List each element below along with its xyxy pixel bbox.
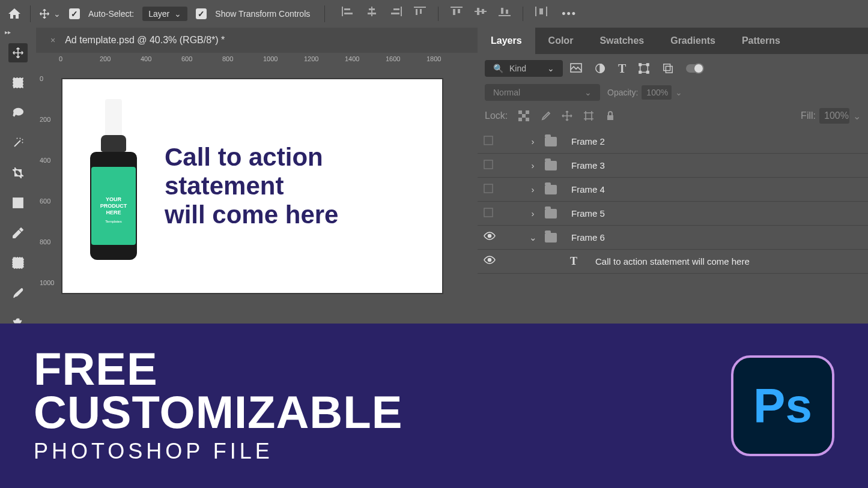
visibility-toggle[interactable] xyxy=(484,256,496,268)
lock-position-icon[interactable] xyxy=(562,110,572,121)
chevron-icon[interactable]: › xyxy=(529,136,536,146)
photoshop-logo: Ps xyxy=(731,355,834,456)
panel-tab-color[interactable]: Color xyxy=(535,28,587,54)
folder-icon xyxy=(545,209,557,218)
move-tool-icon[interactable]: ⌄ xyxy=(39,8,61,19)
marquee-tool[interactable] xyxy=(8,73,28,92)
svg-rect-17 xyxy=(482,9,484,14)
chevron-icon[interactable]: › xyxy=(529,184,536,194)
align-top-icon[interactable] xyxy=(414,7,426,16)
svg-rect-46 xyxy=(484,208,493,217)
opacity-input[interactable]: 100% xyxy=(642,85,672,100)
visibility-toggle[interactable] xyxy=(484,136,496,148)
chevron-icon[interactable]: › xyxy=(529,160,536,170)
svg-rect-12 xyxy=(451,7,463,8)
eyedropper-tool[interactable] xyxy=(8,223,28,242)
auto-select-label: Auto-Select: xyxy=(88,9,134,19)
svg-rect-35 xyxy=(664,64,670,71)
layer-row[interactable]: ›Frame 2 xyxy=(478,130,868,154)
svg-rect-23 xyxy=(539,8,543,14)
promo-line2: CUSTOMIZABLE xyxy=(34,391,402,434)
align-vtop-icon[interactable] xyxy=(451,7,463,16)
align-right-icon[interactable] xyxy=(390,7,402,16)
layer-row[interactable]: ⌄Frame 6 xyxy=(478,226,868,250)
folder-icon xyxy=(545,233,557,242)
show-transform-label: Show Transform Controls xyxy=(215,9,310,19)
auto-select-checkbox[interactable] xyxy=(69,8,80,19)
lock-pixels-icon[interactable] xyxy=(540,110,551,121)
crop-tool[interactable] xyxy=(8,163,28,182)
brush-tool[interactable] xyxy=(8,283,28,303)
svg-rect-5 xyxy=(368,13,376,14)
svg-rect-10 xyxy=(416,9,417,15)
ruler-vertical[interactable]: 02004006008001000 xyxy=(36,72,55,324)
filter-pixel-icon[interactable] xyxy=(570,63,582,74)
svg-point-48 xyxy=(488,258,491,261)
layer-row[interactable]: ›Frame 3 xyxy=(478,154,868,178)
frame-tool[interactable] xyxy=(8,193,28,212)
panel-tab-swatches[interactable]: Swatches xyxy=(586,28,657,54)
svg-rect-21 xyxy=(535,7,536,16)
filter-text-icon[interactable]: T xyxy=(618,62,626,76)
close-tab-icon[interactable]: × xyxy=(50,35,55,45)
svg-rect-15 xyxy=(475,11,487,12)
chevron-icon[interactable]: ⌄ xyxy=(529,232,536,243)
promo-line1: FREE xyxy=(34,348,402,391)
align-vbot-icon[interactable] xyxy=(499,7,511,16)
svg-rect-31 xyxy=(639,64,642,66)
magic-wand-tool[interactable] xyxy=(8,133,28,152)
visibility-toggle[interactable] xyxy=(484,232,496,244)
layer-filter-kind[interactable]: 🔍Kind⌄ xyxy=(485,60,563,77)
canvas[interactable]: YOUR PRODUCT HERE Templates Call to acti… xyxy=(61,78,443,294)
blend-mode-dropdown[interactable]: Normal⌄ xyxy=(485,84,600,101)
svg-rect-37 xyxy=(518,110,522,114)
filter-smart-icon[interactable] xyxy=(662,63,674,74)
filter-adjustment-icon[interactable] xyxy=(594,63,606,74)
promo-line3: PHOTOSHOP FILE xyxy=(34,439,402,464)
align-center-h-icon[interactable] xyxy=(366,7,378,16)
visibility-toggle[interactable] xyxy=(484,208,496,220)
svg-rect-1 xyxy=(344,8,350,10)
spot-heal-tool[interactable] xyxy=(8,253,28,273)
collapse-toolbar-icon[interactable]: ▸▸ xyxy=(5,29,11,35)
layer-row[interactable]: ›Frame 4 xyxy=(478,178,868,202)
layer-row[interactable]: ›Frame 5 xyxy=(478,202,868,226)
home-icon[interactable] xyxy=(7,7,22,21)
svg-rect-16 xyxy=(477,8,479,15)
svg-rect-32 xyxy=(647,64,649,66)
lock-transparent-icon[interactable] xyxy=(518,110,529,121)
align-icon-group xyxy=(342,7,547,21)
svg-rect-22 xyxy=(546,7,547,16)
more-options-icon[interactable]: ••• xyxy=(562,8,577,20)
visibility-toggle[interactable] xyxy=(484,184,496,196)
chevron-icon[interactable]: › xyxy=(529,208,536,218)
options-bar: ⌄ Auto-Select: Layer⌄ Show Transform Con… xyxy=(0,0,868,28)
svg-rect-24 xyxy=(13,78,23,88)
panel-tab-gradients[interactable]: Gradients xyxy=(657,28,729,54)
visibility-toggle[interactable] xyxy=(484,160,496,172)
lock-artboard-icon[interactable] xyxy=(583,110,594,121)
filter-toggle[interactable] xyxy=(686,64,703,73)
filter-shape-icon[interactable] xyxy=(638,63,650,74)
lock-all-icon[interactable] xyxy=(605,110,616,121)
svg-rect-2 xyxy=(344,13,353,14)
panel-tab-layers[interactable]: Layers xyxy=(478,28,535,54)
show-transform-checkbox[interactable] xyxy=(196,8,207,19)
align-left-icon[interactable] xyxy=(342,7,354,16)
move-tool[interactable] xyxy=(8,43,28,62)
svg-rect-6 xyxy=(401,7,402,16)
document-tab[interactable]: Ad template.psd @ 40.3% (RGB/8*) * xyxy=(65,35,225,46)
svg-point-47 xyxy=(488,234,491,237)
lasso-tool[interactable] xyxy=(8,103,28,122)
panel-tab-patterns[interactable]: Patterns xyxy=(729,28,794,54)
svg-rect-18 xyxy=(499,15,511,16)
svg-rect-39 xyxy=(522,114,526,118)
align-vmid-icon[interactable] xyxy=(475,7,487,16)
layer-row[interactable]: TCall to action statement will come here xyxy=(478,250,868,274)
svg-rect-40 xyxy=(518,118,522,121)
text-layer-icon: T xyxy=(566,255,581,269)
auto-select-dropdown[interactable]: Layer⌄ xyxy=(142,7,187,21)
svg-rect-38 xyxy=(526,110,529,114)
fill-input[interactable]: 100% xyxy=(819,108,849,124)
distribute-icon[interactable] xyxy=(535,7,547,16)
